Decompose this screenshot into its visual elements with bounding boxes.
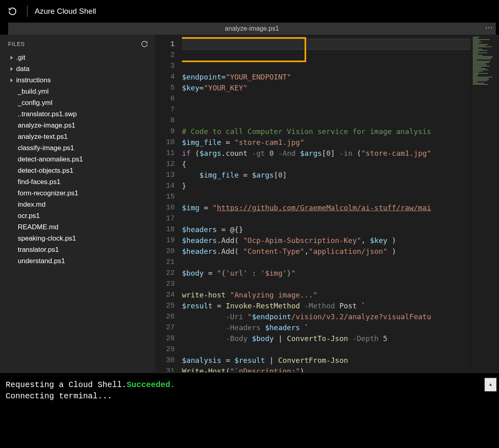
active-tab-filename[interactable]: analyze-image.ps1 — [225, 25, 279, 32]
terminal-line: Connecting terminal... — [6, 391, 493, 402]
titlebar: Azure Cloud Shell — [0, 0, 499, 23]
app-title: Azure Cloud Shell — [35, 7, 96, 16]
folder-git[interactable]: .git — [0, 52, 155, 63]
terminal-panel[interactable]: Requesting a Cloud Shell.Succeeded. Conn… — [0, 372, 499, 448]
sidebar-header-label: FILES — [8, 41, 25, 47]
code-editor[interactable]: 1234567891011121314151617181920212223242… — [155, 35, 499, 372]
file-item[interactable]: analyze-text.ps1 — [0, 131, 155, 142]
code-area[interactable]: $endpoint="YOUR_ENDPOINT" $key="YOUR_KEY… — [182, 35, 471, 372]
refresh-icon[interactable] — [141, 40, 148, 48]
file-item[interactable]: README.md — [0, 221, 155, 232]
scroll-up-icon[interactable]: ▲ — [484, 378, 497, 391]
file-item[interactable]: form-recognizer.ps1 — [0, 187, 155, 199]
terminal-status-succeeded: Succeeded. — [127, 380, 175, 389]
file-item[interactable]: _build.yml — [0, 86, 155, 97]
file-tree: .git data instructions _build.yml _confi… — [0, 52, 155, 266]
chevron-right-icon — [10, 67, 13, 71]
file-item[interactable]: find-faces.ps1 — [0, 176, 155, 187]
restart-icon[interactable] — [8, 7, 17, 16]
file-item[interactable]: ocr.ps1 — [0, 210, 155, 221]
code-content[interactable]: $endpoint="YOUR_ENDPOINT" $key="YOUR_KEY… — [182, 71, 471, 372]
file-item[interactable]: understand.ps1 — [0, 255, 155, 266]
minimap[interactable] — [471, 35, 499, 372]
file-item[interactable]: detect-anomalies.ps1 — [0, 153, 155, 165]
tab-more-icon[interactable]: … — [485, 21, 493, 30]
file-item[interactable]: index.md — [0, 199, 155, 210]
file-item[interactable]: detect-objects.ps1 — [0, 165, 155, 176]
current-line-highlight — [182, 39, 471, 50]
chevron-right-icon — [10, 56, 13, 60]
workspace: FILES .git data instructions _build.yml … — [0, 35, 499, 372]
tab-bar: analyze-image.ps1 … — [8, 23, 496, 35]
file-item[interactable]: _config.yml — [0, 97, 155, 108]
file-item[interactable]: classify-image.ps1 — [0, 142, 155, 153]
sidebar-header: FILES — [0, 40, 155, 52]
folder-instructions[interactable]: instructions — [0, 74, 155, 86]
titlebar-separator — [27, 6, 27, 17]
file-item[interactable]: analyze-image.ps1 — [0, 119, 155, 131]
file-explorer-sidebar: FILES .git data instructions _build.yml … — [0, 35, 155, 372]
terminal-line: Requesting a Cloud Shell. — [6, 380, 127, 389]
file-item[interactable]: speaking-clock.ps1 — [0, 232, 155, 244]
folder-data[interactable]: data — [0, 63, 155, 74]
line-number-gutter: 1234567891011121314151617181920212223242… — [155, 35, 182, 372]
file-item[interactable]: ..translator.ps1.swp — [0, 108, 155, 119]
file-item[interactable]: translator.ps1 — [0, 244, 155, 255]
chevron-right-icon — [10, 78, 13, 82]
